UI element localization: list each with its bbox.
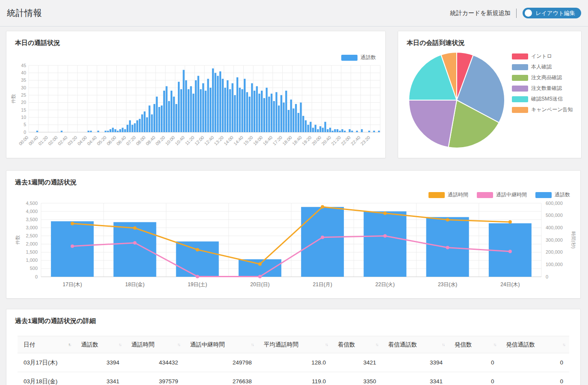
call-count-bar — [90, 131, 92, 132]
today-reach-legend-item-swatch-icon — [512, 64, 528, 70]
weekly-calls-card-title: 過去1週間の通話状況 — [15, 178, 77, 187]
call-count-bar — [300, 103, 301, 132]
category-label: 21日(月) — [313, 281, 332, 287]
sort-icon[interactable]: ↑↓ — [375, 342, 378, 347]
call-count-bar — [168, 101, 170, 132]
today-reach-legend: イントロ本人確認注文商品確認注文数量確認確認SMS送信キャンペーン告知 — [512, 53, 573, 113]
table-header-row: 日付↑↓通話数↑↓通話時間↑↓通話中継時間↑↓平均通話時間↑↓着信数↑↓着信通話… — [18, 336, 569, 353]
today-reach-pie-chart — [408, 51, 505, 149]
call-count-bar — [61, 131, 62, 132]
y-tick-label: 35 — [21, 77, 26, 83]
left-tick-label: 3,000 — [26, 225, 38, 230]
call-count-bar — [88, 131, 89, 132]
column-header-9[interactable]: 発信通話数↑↓ — [500, 336, 569, 353]
today-calls-bar-chart: 05101520253035404500:0000:4001:2002:0002… — [10, 61, 383, 156]
call-count-bar — [192, 94, 194, 132]
weekly-detail-card-title: 過去1週間の通話状況の詳細 — [15, 317, 96, 325]
sort-icon[interactable]: ↑↓ — [68, 342, 71, 347]
weekly-line-point — [71, 222, 74, 225]
header-divider — [516, 9, 517, 18]
call-count-bar — [163, 91, 165, 132]
call-count-bar — [275, 92, 277, 132]
today-calls-legend-item: 通話数 — [341, 54, 376, 61]
call-count-bar — [322, 128, 324, 132]
call-count-bar — [293, 109, 294, 132]
x-tick-label: 18:00 — [281, 135, 293, 146]
call-count-bar — [127, 125, 128, 132]
weekly-calls-combo-chart: 05001,0001,5002,0002,5003,0003,5004,0004… — [6, 199, 581, 296]
call-count-bar — [207, 79, 209, 132]
x-tick-label: 00:40 — [27, 135, 39, 146]
x-tick-label: 09:20 — [154, 135, 166, 146]
add-card-button[interactable]: 統計カードを新規追加 — [450, 9, 510, 17]
x-tick-label: 10:40 — [174, 135, 186, 146]
sort-icon[interactable]: ↑↓ — [562, 342, 565, 347]
date-cell: 03月18日(金) — [18, 372, 75, 385]
left-axis-title: 件数 — [15, 235, 20, 245]
x-tick-label: 14:40 — [233, 135, 244, 146]
call-count-bar — [378, 131, 380, 132]
call-count-bar — [337, 129, 338, 132]
call-count-bar — [373, 131, 375, 132]
call-count-bar — [327, 129, 328, 132]
today-calls-legend-item-swatch-icon — [341, 55, 358, 61]
weekly-line-point — [133, 241, 136, 245]
column-header-4[interactable]: 通話中継時間↑↓ — [184, 336, 257, 353]
column-header-1[interactable]: 日付↑↓ — [18, 336, 75, 353]
y-tick-label: 10 — [21, 115, 26, 120]
call-count-bar — [254, 91, 255, 132]
value-cell: 3394 — [382, 353, 449, 372]
column-header-6[interactable]: 着信数↑↓ — [332, 336, 382, 353]
today-reach-card: 本日の会話到達状況 イントロ本人確認注文商品確認注文数量確認確認SMS送信キャン… — [398, 31, 582, 158]
right-tick-label: 100,000 — [546, 262, 563, 267]
x-tick-label: 10:00 — [164, 135, 176, 146]
x-tick-label: 16:00 — [252, 135, 263, 146]
column-header-7[interactable]: 着信通話数↑↓ — [382, 336, 449, 353]
sort-icon[interactable]: ↑↓ — [493, 342, 496, 347]
x-tick-label: 14:00 — [223, 135, 234, 146]
value-cell: 3341 — [382, 372, 449, 385]
call-count-bar — [148, 106, 150, 132]
column-header-8[interactable]: 発信数↑↓ — [449, 336, 500, 353]
weekly-line-point — [383, 212, 387, 215]
weekly-line-point — [446, 246, 449, 249]
today-reach-legend-item-swatch-icon — [512, 53, 528, 59]
call-count-bar — [298, 113, 299, 132]
column-header-5[interactable]: 平均通話時間↑↓ — [258, 336, 332, 353]
call-count-bar — [144, 111, 145, 132]
today-calls-legend-item-label: 通話数 — [360, 54, 376, 61]
sort-icon[interactable]: ↑↓ — [118, 342, 121, 347]
category-label: 18日(金) — [125, 281, 145, 287]
call-count-bar — [134, 123, 136, 132]
column-header-3[interactable]: 通話時間↑↓ — [125, 336, 184, 353]
value-cell: 434432 — [125, 353, 184, 372]
weekly-legend-item-label: 通話中継時間 — [496, 191, 527, 198]
category-label: 20日(日) — [250, 281, 269, 287]
sort-icon[interactable]: ↑↓ — [177, 342, 180, 347]
call-count-bar — [210, 88, 211, 132]
weekly-line-point — [383, 234, 387, 238]
call-count-bar — [334, 129, 336, 132]
value-cell: 119.0 — [258, 372, 332, 385]
call-count-bar — [244, 79, 245, 132]
call-count-bar — [165, 86, 167, 132]
sort-icon[interactable]: ↑↓ — [325, 342, 328, 347]
call-count-bar — [129, 120, 131, 132]
column-header-2[interactable]: 通話数↑↓ — [75, 336, 125, 353]
x-tick-label: 19:20 — [301, 135, 313, 146]
call-count-bar — [124, 129, 126, 132]
call-count-bar — [239, 88, 241, 132]
call-count-bar — [246, 92, 248, 132]
value-cell: 0 — [500, 353, 569, 372]
call-count-bar — [263, 98, 265, 132]
layout-edit-toggle[interactable]: レイアウト編集 — [523, 8, 581, 18]
value-cell: 0 — [500, 372, 569, 385]
column-header-label: 着信数 — [338, 341, 355, 349]
weekly-calls-card: 過去1週間の通話状況 通話時間通話中継時間通話数 05001,0001,5002… — [6, 170, 581, 299]
x-tick-label: 00:00 — [18, 135, 29, 146]
weekly-line-point — [258, 262, 262, 266]
sort-icon[interactable]: ↑↓ — [442, 342, 444, 347]
column-header-label: 発信数 — [455, 341, 472, 349]
sort-icon[interactable]: ↑↓ — [251, 342, 254, 347]
x-tick-label: 06:40 — [115, 135, 127, 146]
